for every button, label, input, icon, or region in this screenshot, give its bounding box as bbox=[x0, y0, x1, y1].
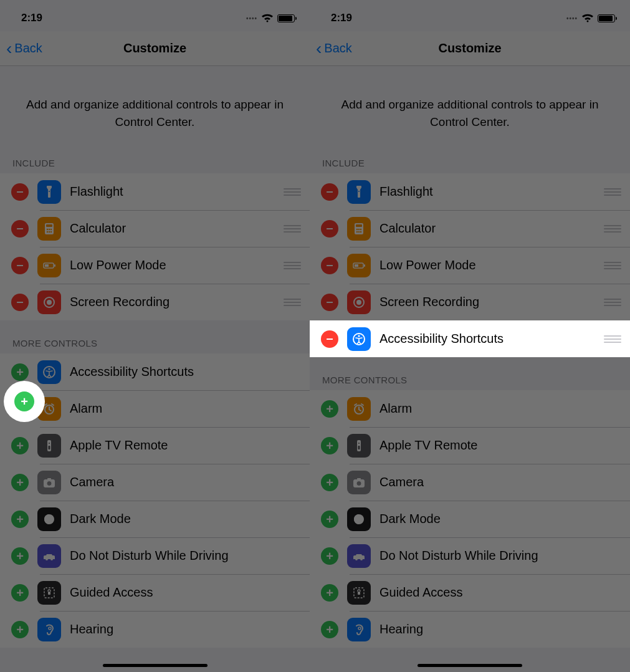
plus-icon: + bbox=[16, 476, 24, 489]
control-label: Calculator bbox=[70, 221, 284, 236]
add-button[interactable]: + bbox=[321, 547, 338, 565]
control-row[interactable]: +Apple TV Remote bbox=[310, 427, 630, 464]
home-indicator[interactable] bbox=[103, 664, 208, 667]
control-row[interactable]: –Low Power Mode bbox=[0, 247, 310, 284]
control-row[interactable]: +Do Not Disturb While Driving bbox=[0, 537, 310, 574]
add-button[interactable]: + bbox=[11, 547, 29, 565]
dnd-icon bbox=[347, 544, 371, 568]
control-label: Accessibility Shortcuts bbox=[70, 365, 301, 379]
calculator-icon bbox=[37, 217, 61, 241]
tvremote-icon bbox=[37, 434, 61, 458]
add-button[interactable]: + bbox=[321, 437, 338, 454]
control-label: Accessibility Shortcuts bbox=[379, 332, 604, 346]
camera-icon bbox=[37, 471, 61, 494]
control-label: Apple TV Remote bbox=[70, 438, 301, 453]
control-row[interactable]: +Camera bbox=[310, 464, 630, 501]
screenrec-icon bbox=[37, 290, 61, 314]
add-button[interactable]: + bbox=[11, 584, 29, 602]
control-row[interactable]: –Accessibility Shortcuts bbox=[310, 320, 630, 357]
drag-handle-icon[interactable] bbox=[604, 296, 621, 309]
nav-bar: ‹ Back Customize bbox=[0, 31, 310, 66]
control-row[interactable]: –Screen Recording bbox=[310, 284, 630, 320]
control-label: Hearing bbox=[70, 622, 301, 636]
control-row[interactable]: +Dark Mode bbox=[310, 501, 630, 537]
drag-handle-icon[interactable] bbox=[604, 186, 621, 198]
control-row[interactable]: +Alarm bbox=[0, 390, 310, 427]
remove-button[interactable]: – bbox=[11, 257, 29, 274]
control-label: Low Power Mode bbox=[70, 258, 284, 272]
access-icon bbox=[37, 360, 61, 384]
access-icon bbox=[347, 327, 371, 351]
flashlight-icon bbox=[347, 180, 371, 204]
control-row[interactable]: +Hearing bbox=[310, 611, 630, 648]
remove-button[interactable]: – bbox=[11, 220, 29, 238]
back-button[interactable]: ‹ Back bbox=[310, 40, 352, 57]
remove-button[interactable]: – bbox=[321, 294, 338, 311]
control-row[interactable]: +Dark Mode bbox=[0, 501, 310, 537]
highlight-add-accessibility: + bbox=[4, 381, 45, 422]
description-text: Add and organize additional controls to … bbox=[0, 66, 310, 151]
plus-icon: + bbox=[326, 513, 333, 526]
add-button[interactable]: + bbox=[11, 437, 29, 454]
drag-handle-icon[interactable] bbox=[284, 223, 301, 235]
battery-icon bbox=[598, 14, 615, 22]
left-screenshot: 2:19 •••• ‹ Back Customize Add and organ… bbox=[0, 0, 310, 672]
control-row[interactable]: –Calculator bbox=[0, 210, 310, 247]
add-button[interactable]: + bbox=[321, 474, 338, 491]
back-label: Back bbox=[324, 41, 351, 55]
control-row[interactable]: +Do Not Disturb While Driving bbox=[310, 537, 630, 574]
control-row[interactable]: –Flashlight bbox=[310, 173, 630, 210]
control-row[interactable]: –Calculator bbox=[310, 210, 630, 247]
control-row[interactable]: +Apple TV Remote bbox=[0, 427, 310, 464]
control-row[interactable]: –Flashlight bbox=[0, 173, 310, 210]
drag-handle-icon[interactable] bbox=[604, 223, 621, 235]
plus-icon: + bbox=[326, 587, 333, 599]
remove-button[interactable]: – bbox=[11, 294, 29, 311]
drag-handle-icon[interactable] bbox=[604, 333, 621, 345]
wifi-icon bbox=[581, 14, 594, 22]
more-controls-list: +Alarm+Apple TV Remote+Camera+Dark Mode+… bbox=[310, 390, 630, 648]
add-button[interactable]: + bbox=[321, 511, 338, 528]
control-row[interactable]: –Screen Recording bbox=[0, 284, 310, 320]
control-row[interactable]: +Accessibility Shortcuts bbox=[0, 353, 310, 390]
drag-handle-icon[interactable] bbox=[284, 259, 301, 272]
minus-icon: – bbox=[16, 258, 23, 271]
control-label: Dark Mode bbox=[70, 512, 301, 526]
add-button[interactable]: + bbox=[11, 363, 29, 381]
tvremote-icon bbox=[347, 434, 371, 458]
control-row[interactable]: –Low Power Mode bbox=[310, 247, 630, 284]
add-button[interactable]: + bbox=[11, 474, 29, 491]
remove-button[interactable]: – bbox=[321, 330, 338, 348]
control-row[interactable]: +Alarm bbox=[310, 390, 630, 427]
back-button[interactable]: ‹ Back bbox=[0, 40, 42, 57]
plus-icon: + bbox=[16, 439, 24, 452]
control-label: Do Not Disturb While Driving bbox=[70, 549, 301, 563]
remove-button[interactable]: – bbox=[321, 183, 338, 201]
remove-button[interactable]: – bbox=[11, 183, 29, 201]
remove-button[interactable]: – bbox=[321, 257, 338, 274]
drag-handle-icon[interactable] bbox=[284, 186, 301, 198]
minus-icon: – bbox=[16, 295, 23, 307]
add-button[interactable]: + bbox=[14, 391, 34, 411]
description-text: Add and organize additional controls to … bbox=[310, 66, 630, 151]
drag-handle-icon[interactable] bbox=[604, 259, 621, 272]
add-button[interactable]: + bbox=[321, 621, 338, 638]
home-indicator[interactable] bbox=[418, 664, 522, 667]
add-button[interactable]: + bbox=[11, 621, 29, 638]
drag-handle-icon[interactable] bbox=[284, 296, 301, 309]
add-button[interactable]: + bbox=[321, 584, 338, 602]
remove-button[interactable]: – bbox=[321, 220, 338, 238]
add-button[interactable]: + bbox=[11, 511, 29, 528]
status-bar: 2:19 •••• bbox=[310, 0, 630, 31]
include-list: –Flashlight–Calculator–Low Power Mode–Sc… bbox=[0, 173, 310, 320]
plus-icon: + bbox=[326, 403, 333, 415]
flashlight-icon bbox=[37, 180, 61, 204]
control-row[interactable]: +Guided Access bbox=[310, 574, 630, 611]
chevron-left-icon: ‹ bbox=[6, 40, 12, 57]
add-button[interactable]: + bbox=[321, 400, 338, 418]
control-row[interactable]: +Camera bbox=[0, 464, 310, 501]
plus-icon: + bbox=[16, 587, 24, 599]
cell-signal-icon: •••• bbox=[566, 15, 578, 22]
control-row[interactable]: +Hearing bbox=[0, 611, 310, 648]
control-row[interactable]: +Guided Access bbox=[0, 574, 310, 611]
